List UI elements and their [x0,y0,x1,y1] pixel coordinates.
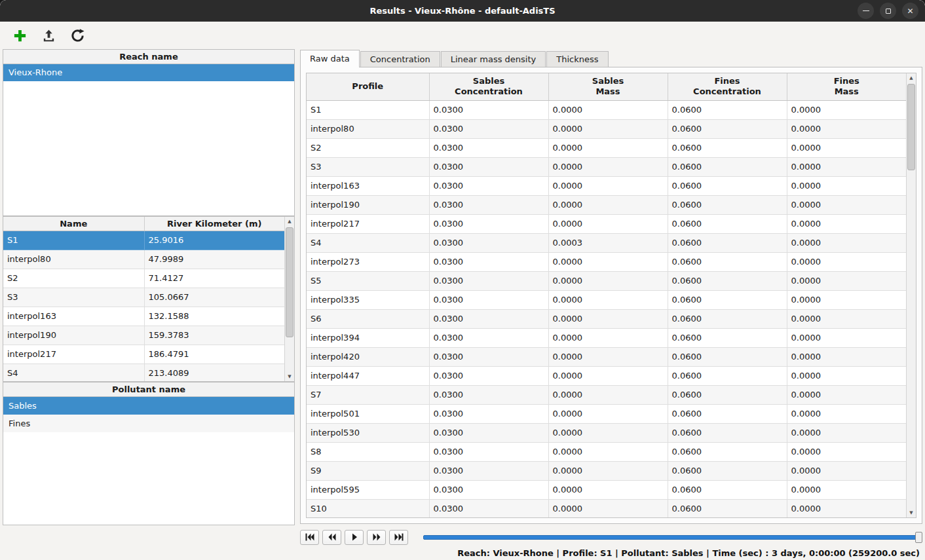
table-scrollbar-thumb[interactable] [907,84,915,170]
data-cell[interactable]: S8 [307,442,429,461]
tab-raw-data[interactable]: Raw data [300,50,360,67]
data-cell[interactable]: 0.0300 [429,119,548,138]
data-cell[interactable]: 0.0300 [429,309,548,328]
export-button[interactable] [40,27,57,44]
data-cell[interactable]: 0.0000 [787,157,906,176]
data-cell[interactable]: 0.0600 [668,119,787,138]
data-cell[interactable]: 0.0000 [548,347,668,366]
data-row[interactable]: interpol1630.03000.00000.06000.0000 [307,176,906,195]
close-button[interactable]: ✕ [902,3,918,19]
data-cell[interactable]: S1 [307,100,429,119]
data-cell[interactable]: 0.0600 [668,385,787,404]
data-cell[interactable]: 0.0600 [668,461,787,480]
data-cell[interactable]: 0.0000 [787,119,906,138]
profile-row[interactable]: S271.4127 [3,269,284,288]
data-cell[interactable]: 0.0600 [668,423,787,442]
tab-thickness[interactable]: Thickness [546,51,608,67]
col-fines-concentration[interactable]: Fines Concentration [668,73,787,100]
data-cell[interactable]: 0.0600 [668,138,787,157]
data-cell[interactable]: 0.0000 [548,195,668,214]
data-cell[interactable]: 0.0000 [787,233,906,252]
data-cell[interactable]: 0.0000 [787,328,906,347]
profile-cell[interactable]: 71.4127 [144,269,284,288]
data-cell[interactable]: 0.0300 [429,290,548,309]
data-row[interactable]: interpol5950.03000.00000.06000.0000 [307,480,906,499]
data-cell[interactable]: 0.0600 [668,233,787,252]
minimize-button[interactable] [858,3,874,19]
profile-cell[interactable]: interpol163 [3,307,144,326]
data-cell[interactable]: interpol420 [307,347,429,366]
profile-row[interactable]: interpol190159.3783 [3,326,284,345]
data-cell[interactable]: 0.0300 [429,214,548,233]
data-cell[interactable]: S3 [307,157,429,176]
data-cell[interactable]: 0.0300 [429,195,548,214]
data-cell[interactable]: 0.0000 [787,290,906,309]
data-cell[interactable]: 0.0300 [429,423,548,442]
data-row[interactable]: interpol800.03000.00000.06000.0000 [307,119,906,138]
data-cell[interactable]: 0.0600 [668,290,787,309]
data-cell[interactable]: 0.0300 [429,404,548,423]
profiles-col-name[interactable]: Name [3,217,144,231]
scroll-up-icon[interactable]: ▲ [285,217,294,226]
data-cell[interactable]: 0.0000 [548,461,668,480]
data-row[interactable]: interpol3940.03000.00000.06000.0000 [307,328,906,347]
tab-concentration[interactable]: Concentration [360,51,440,67]
data-cell[interactable]: 0.0000 [787,442,906,461]
col-fines-mass[interactable]: Fines Mass [787,73,906,100]
data-cell[interactable]: 0.0000 [787,309,906,328]
data-cell[interactable]: 0.0000 [548,366,668,385]
data-cell[interactable]: 0.0300 [429,157,548,176]
data-row[interactable]: interpol5010.03000.00000.06000.0000 [307,404,906,423]
data-row[interactable]: interpol2730.03000.00000.06000.0000 [307,252,906,271]
data-cell[interactable]: 0.0600 [668,271,787,290]
play-button[interactable] [345,530,364,545]
scroll-down-icon[interactable]: ▼ [285,372,294,381]
data-cell[interactable]: 0.0300 [429,366,548,385]
rewind-button[interactable] [322,530,341,545]
data-cell[interactable]: 0.0300 [429,271,548,290]
data-cell[interactable]: interpol80 [307,119,429,138]
data-cell[interactable]: 0.0000 [548,252,668,271]
profile-cell[interactable]: 186.4791 [144,345,284,364]
data-cell[interactable]: 0.0000 [787,385,906,404]
profile-cell[interactable]: interpol80 [3,250,144,269]
data-cell[interactable]: 0.0300 [429,176,548,195]
data-row[interactable]: S100.03000.00000.06000.0000 [307,499,906,518]
data-cell[interactable]: 0.0300 [429,385,548,404]
data-row[interactable]: S40.03000.00030.06000.0000 [307,233,906,252]
data-cell[interactable]: S2 [307,138,429,157]
data-cell[interactable]: interpol190 [307,195,429,214]
data-row[interactable]: S80.03000.00000.06000.0000 [307,442,906,461]
data-cell[interactable]: S9 [307,461,429,480]
data-cell[interactable]: 0.0300 [429,138,548,157]
data-cell[interactable]: 0.0000 [548,119,668,138]
data-cell[interactable]: interpol595 [307,480,429,499]
table-scrollbar[interactable]: ▲ ▼ [906,73,916,517]
data-cell[interactable]: 0.0000 [548,404,668,423]
data-cell[interactable]: 0.0000 [548,480,668,499]
data-cell[interactable]: 0.0000 [787,195,906,214]
profile-row[interactable]: interpol163132.1588 [3,307,284,326]
data-cell[interactable]: 0.0000 [548,290,668,309]
data-cell[interactable]: 0.0000 [787,366,906,385]
profile-cell[interactable]: S3 [3,288,144,307]
data-row[interactable]: interpol1900.03000.00000.06000.0000 [307,195,906,214]
data-cell[interactable]: interpol447 [307,366,429,385]
data-cell[interactable]: 0.0000 [787,461,906,480]
profile-cell[interactable]: 25.9016 [144,231,284,250]
data-cell[interactable]: 0.0000 [548,309,668,328]
data-cell[interactable]: 0.0600 [668,214,787,233]
profile-row[interactable]: interpol8047.9989 [3,250,284,269]
data-row[interactable]: interpol3350.03000.00000.06000.0000 [307,290,906,309]
profile-row[interactable]: S125.9016 [3,231,284,250]
data-cell[interactable]: 0.0000 [548,271,668,290]
profile-cell[interactable]: 132.1588 [144,307,284,326]
data-cell[interactable]: 0.0600 [668,404,787,423]
data-cell[interactable]: interpol394 [307,328,429,347]
data-cell[interactable]: 0.0300 [429,328,548,347]
data-cell[interactable]: 0.0600 [668,100,787,119]
fast-forward-button[interactable] [367,530,386,545]
data-cell[interactable]: 0.0000 [548,138,668,157]
data-cell[interactable]: 0.0000 [548,100,668,119]
data-cell[interactable]: S4 [307,233,429,252]
